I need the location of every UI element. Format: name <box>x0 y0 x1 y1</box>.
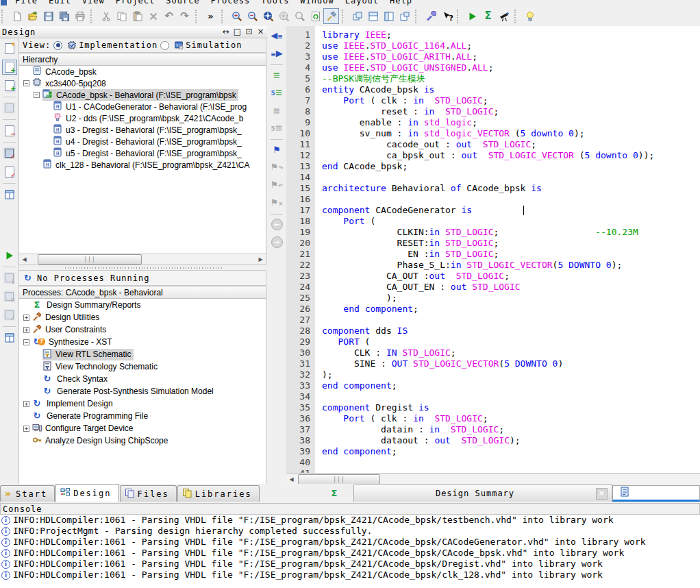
code-line[interactable]: 27 <box>286 315 700 326</box>
collapse-icon[interactable]: − <box>23 80 29 86</box>
chip-check-button[interactable]: ✓ <box>1 145 17 161</box>
lines-green-button[interactable]: ≡ <box>269 67 285 83</box>
code-line[interactable]: 34 <box>286 391 700 402</box>
add-copy-source-button[interactable]: + <box>1 77 17 93</box>
menu-window[interactable]: Window <box>295 0 339 5</box>
process-item[interactable]: ↻Check Syntax <box>19 373 266 385</box>
print-button[interactable] <box>72 8 88 24</box>
toolbar-grip[interactable] <box>195 10 199 23</box>
editor-hscrollbar[interactable]: ◀ ||| <box>286 473 700 485</box>
back-disabled-button[interactable]: ← <box>269 217 285 232</box>
code-line[interactable]: 23 CA_OUT :out STD_LOGIC; <box>286 271 700 282</box>
code-line[interactable]: 25 ); <box>286 293 700 304</box>
toolbar-grip[interactable] <box>342 10 346 23</box>
code-line[interactable]: 17component CACodeGenerator is <box>286 205 700 216</box>
code-line[interactable]: 16 <box>286 194 700 205</box>
code-line[interactable]: 32); <box>286 369 700 380</box>
code-editor[interactable]: 1library IEEE;2use IEEE.STD_LOGIC_1164.A… <box>286 26 700 473</box>
code-line[interactable]: 5--BPSK调制信号产生模块 <box>286 73 700 84</box>
code-line[interactable]: 4use IEEE.STD_LOGIC_UNSIGNED.ALL; <box>286 62 700 73</box>
process-item[interactable]: View Technology Schematic <box>19 360 266 373</box>
code-line[interactable]: 31 SINE : OUT STD_LOGIC_VECTOR(5 DOWNTO … <box>286 358 700 369</box>
menu-tools[interactable]: Tools <box>255 0 295 5</box>
tab-start[interactable]: »Start <box>0 485 55 502</box>
hierarchy-item[interactable]: Hu3 - Dregist - Behavioral (F:\ISE_progr… <box>19 124 266 136</box>
toolbar-grip[interactable] <box>90 10 95 23</box>
scroll-left-icon[interactable]: ◀ <box>19 254 29 265</box>
code-line[interactable]: 36 Port ( clk : in STD_LOGIC; <box>286 413 700 424</box>
scroll-thumb[interactable]: ||| <box>38 254 142 265</box>
menu-layout[interactable]: Layout <box>340 0 384 5</box>
code-line[interactable]: 35component Dregist is <box>286 402 700 413</box>
code-line[interactable]: 30 CLK : IN STD_LOGIC; <box>286 347 700 358</box>
redo-button[interactable]: ↷ <box>177 8 192 24</box>
code-line[interactable]: 18 Port ( <box>286 216 700 227</box>
process-item[interactable]: −↻?Synthesize - XST <box>19 336 266 348</box>
processes-tree[interactable]: ΣDesign Summary/Reports+Design Utilities… <box>18 299 266 484</box>
design-summary-tab[interactable]: Design Summary × <box>353 485 612 502</box>
tab-files[interactable]: Files <box>120 485 177 502</box>
code-line[interactable]: 21 EN :in STD_LOGIC; <box>286 249 700 260</box>
nav-prev-button[interactable]: ◀≡ <box>269 28 285 44</box>
table-view-button[interactable] <box>1 186 17 202</box>
code-line[interactable]: 39end component; <box>286 446 700 457</box>
process-item[interactable]: +User Constraints <box>19 323 266 336</box>
hierarchy-tree[interactable]: CAcode_bpsk−xc3s400-5pq208−CAcode_bpsk -… <box>18 66 266 254</box>
undo-button[interactable]: ↶ <box>161 8 177 24</box>
close-icon[interactable]: × <box>255 27 266 36</box>
hierarchy-item[interactable]: Hclk_128 - Behavioral (F:\ISE_program\bp… <box>19 159 266 171</box>
lines-gray-button[interactable]: ≡ <box>269 103 285 119</box>
menu-source[interactable]: Source <box>160 0 205 5</box>
code-line[interactable]: 12 ca_bpsk_out : out STD_LOGIC_VECTOR (5… <box>286 150 700 161</box>
menubar[interactable]: FileEditViewProjectSourceProcessToolsWin… <box>0 0 700 6</box>
open-project-button[interactable] <box>25 8 40 24</box>
chip-x-disabled-button[interactable]: × <box>1 289 17 304</box>
bookmark-next-button[interactable]: ⚑↷ <box>269 160 285 175</box>
menu-edit[interactable]: Edit <box>43 0 77 5</box>
process-item[interactable]: ↻Generate Programming File <box>19 410 266 422</box>
build-button[interactable] <box>323 8 339 24</box>
bookmark-blue-button[interactable]: ⚑ <box>269 142 285 158</box>
hierarchy-item[interactable]: HU1 - CACodeGenerator - Behavioral (F:\I… <box>19 101 266 112</box>
toolbar-grip[interactable] <box>1 10 5 23</box>
process-item[interactable]: ΣDesign Summary/Reports <box>19 299 266 311</box>
code-line[interactable]: 41 <box>286 468 700 473</box>
zoom-in-button[interactable] <box>229 8 245 24</box>
zoom-full-button[interactable] <box>260 8 276 24</box>
bookmark-clear-button[interactable]: ⚑× <box>269 195 285 211</box>
cut-button[interactable] <box>98 8 114 24</box>
code-line[interactable]: 29 PORT ( <box>286 336 700 347</box>
lines5-green-button[interactable]: 5≡ <box>269 85 285 101</box>
copy-button[interactable] <box>114 8 129 24</box>
tab-design[interactable]: Design <box>55 484 118 502</box>
code-line[interactable]: 40 <box>286 457 700 468</box>
hierarchy-item[interactable]: −CAcode_bpsk - Behavioral (F:\ISE_progra… <box>19 89 266 101</box>
new-file-button[interactable] <box>9 8 25 24</box>
process-item[interactable]: +Configure Target Device <box>19 422 266 434</box>
code-line[interactable]: 22 Phase_S_L:in STD_LOGIC_VECTOR(5 DOWNT… <box>286 260 700 271</box>
expand-icon[interactable]: + <box>23 426 29 432</box>
code-line[interactable]: 2use IEEE.STD_LOGIC_1164.ALL; <box>286 40 700 51</box>
restore-icon[interactable]: ⊡ <box>244 27 254 36</box>
zoom-out-button[interactable] <box>245 8 260 24</box>
code-line[interactable]: 3use IEEE.STD_LOGIC_ARITH.ALL; <box>286 51 700 62</box>
process-item[interactable]: Analyze Design Using ChipScope <box>19 434 266 447</box>
code-line[interactable]: 6entity CAcode_bpsk is <box>286 84 700 95</box>
code-line[interactable]: 1library IEEE; <box>286 29 700 40</box>
dock-icon[interactable]: ↔ <box>221 27 231 36</box>
tile-horizontal-button[interactable] <box>365 8 381 24</box>
context-help-button[interactable]: ? <box>438 8 454 24</box>
arrange-windows-button[interactable] <box>397 8 412 24</box>
code-line[interactable]: 24 CA_OUT_EN : out STD_LOGIC <box>286 282 700 293</box>
code-line[interactable]: 15architecture Behavioral of CAcode_bpsk… <box>286 183 700 194</box>
hierarchy-item[interactable]: CAcode_bpsk <box>19 66 266 77</box>
view-radio-simulation[interactable] <box>160 41 169 50</box>
delete-button[interactable] <box>145 8 161 24</box>
close-tab-icon[interactable]: × <box>596 488 608 500</box>
menu-process[interactable]: Process <box>205 0 256 5</box>
chip-down-disabled-button[interactable]: ↓ <box>1 270 17 286</box>
tab-libraries[interactable]: Libraries <box>177 485 260 502</box>
code-line[interactable]: 7 Port ( clk : in STD_LOGIC; <box>286 95 700 106</box>
code-line[interactable]: 26 end component; <box>286 304 700 315</box>
code-line[interactable]: 28component dds IS <box>286 326 700 336</box>
